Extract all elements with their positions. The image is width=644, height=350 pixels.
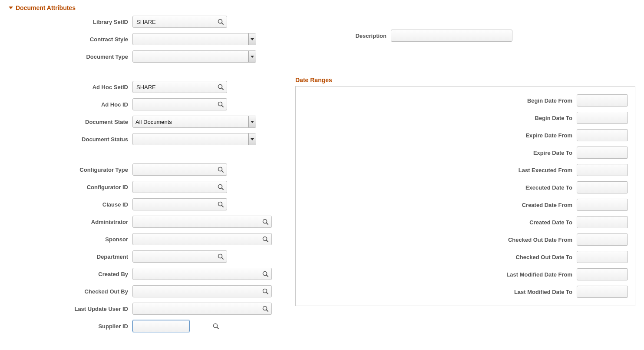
configurator-type-input[interactable] (132, 163, 227, 176)
date-field[interactable] (577, 130, 644, 141)
clause-id-input[interactable] (132, 198, 227, 210)
date-input[interactable] (577, 199, 628, 211)
contract-style-select[interactable] (132, 33, 256, 45)
document-status-select[interactable] (132, 133, 256, 145)
checked-out-by-field[interactable] (133, 286, 259, 297)
library-setid-input[interactable] (132, 16, 227, 28)
library-setid-field[interactable] (133, 16, 215, 27)
created-by-input[interactable] (132, 268, 272, 280)
date-row: Begin Date From (303, 94, 628, 107)
document-type-field[interactable] (133, 51, 248, 62)
document-status-label: Document Status (9, 136, 132, 143)
date-label: Begin Date From (303, 97, 577, 104)
date-input[interactable] (577, 286, 628, 298)
administrator-input[interactable] (132, 216, 272, 228)
date-input[interactable] (577, 268, 628, 280)
checked-out-by-label: Checked Out By (9, 288, 132, 295)
contract-style-field[interactable] (133, 33, 248, 45)
last-update-user-id-field[interactable] (133, 303, 259, 314)
date-input[interactable] (577, 233, 628, 246)
administrator-field[interactable] (133, 216, 259, 227)
date-field[interactable] (577, 147, 644, 158)
lookup-icon[interactable] (215, 199, 227, 210)
date-input[interactable] (577, 181, 628, 193)
date-label: Last Executed From (303, 167, 577, 173)
configurator-id-input[interactable] (132, 181, 227, 193)
date-field[interactable] (577, 95, 644, 106)
adhoc-id-label: Ad Hoc ID (9, 101, 132, 108)
sponsor-input[interactable] (132, 233, 272, 245)
document-state-field[interactable]: All Documents (133, 116, 248, 127)
description-input[interactable] (391, 30, 512, 42)
date-input[interactable] (577, 129, 628, 141)
last-update-user-id-input[interactable] (132, 303, 272, 315)
document-type-label: Document Type (9, 53, 132, 60)
department-field[interactable] (133, 251, 215, 262)
lookup-icon[interactable] (215, 99, 227, 110)
date-input[interactable] (577, 112, 628, 124)
lookup-icon[interactable] (215, 16, 227, 27)
date-field[interactable] (577, 182, 644, 193)
checked-out-by-input[interactable] (132, 285, 272, 297)
administrator-label: Administrator (9, 219, 132, 225)
date-label: Last Modified Date To (303, 289, 577, 295)
adhoc-setid-label: Ad Hoc SetID (9, 84, 132, 90)
adhoc-id-input[interactable] (132, 98, 227, 110)
adhoc-setid-input[interactable] (132, 81, 227, 93)
description-field[interactable] (391, 30, 512, 41)
chevron-down-icon[interactable] (248, 33, 256, 45)
clause-id-field[interactable] (133, 199, 215, 210)
supplier-id-input[interactable] (132, 320, 190, 332)
date-field[interactable] (577, 269, 644, 280)
date-label: Checked Out Date To (303, 254, 577, 260)
date-field[interactable] (577, 286, 644, 297)
sponsor-label: Sponsor (9, 236, 132, 243)
date-row: Last Executed From (303, 164, 628, 176)
lookup-icon[interactable] (259, 233, 271, 245)
chevron-down-icon[interactable] (248, 133, 256, 145)
section-header[interactable]: Document Attributes (9, 4, 635, 11)
supplier-id-field[interactable] (133, 320, 213, 332)
document-status-field[interactable] (133, 133, 248, 145)
date-input[interactable] (577, 251, 628, 263)
date-row: Last Modified Date From (303, 268, 628, 280)
date-row: Last Modified Date To (303, 286, 628, 298)
date-label: Executed Date To (303, 184, 577, 191)
date-label: Last Modified Date From (303, 271, 577, 278)
lookup-icon[interactable] (215, 164, 227, 175)
description-label: Description (295, 33, 391, 39)
lookup-icon[interactable] (213, 320, 219, 332)
date-row: Created Date From (303, 199, 628, 211)
lookup-icon[interactable] (215, 251, 227, 262)
document-state-select[interactable]: All Documents (132, 116, 256, 128)
date-input[interactable] (577, 164, 628, 176)
created-by-field[interactable] (133, 268, 259, 280)
lookup-icon[interactable] (259, 216, 271, 227)
date-field[interactable] (577, 112, 644, 123)
lookup-icon[interactable] (259, 268, 271, 280)
date-row: Executed Date To (303, 181, 628, 193)
sponsor-field[interactable] (133, 233, 259, 245)
document-type-select[interactable] (132, 50, 256, 63)
lookup-icon[interactable] (259, 303, 271, 314)
date-input[interactable] (577, 94, 628, 107)
configurator-id-field[interactable] (133, 181, 215, 193)
chevron-down-icon[interactable] (248, 116, 256, 127)
configurator-type-field[interactable] (133, 164, 215, 175)
date-field[interactable] (577, 251, 644, 263)
document-state-label: Document State (9, 119, 132, 125)
date-input[interactable] (577, 147, 628, 159)
date-field[interactable] (577, 217, 644, 228)
date-field[interactable] (577, 199, 644, 210)
adhoc-id-field[interactable] (133, 99, 215, 110)
date-input[interactable] (577, 216, 628, 228)
lookup-icon[interactable] (215, 81, 227, 93)
date-field[interactable] (577, 164, 644, 176)
department-input[interactable] (132, 250, 227, 263)
lookup-icon[interactable] (259, 286, 271, 297)
date-row: Checked Out Date From (303, 233, 628, 246)
chevron-down-icon[interactable] (248, 51, 256, 62)
adhoc-setid-field[interactable] (133, 81, 215, 93)
lookup-icon[interactable] (215, 181, 227, 193)
date-field[interactable] (577, 234, 644, 245)
